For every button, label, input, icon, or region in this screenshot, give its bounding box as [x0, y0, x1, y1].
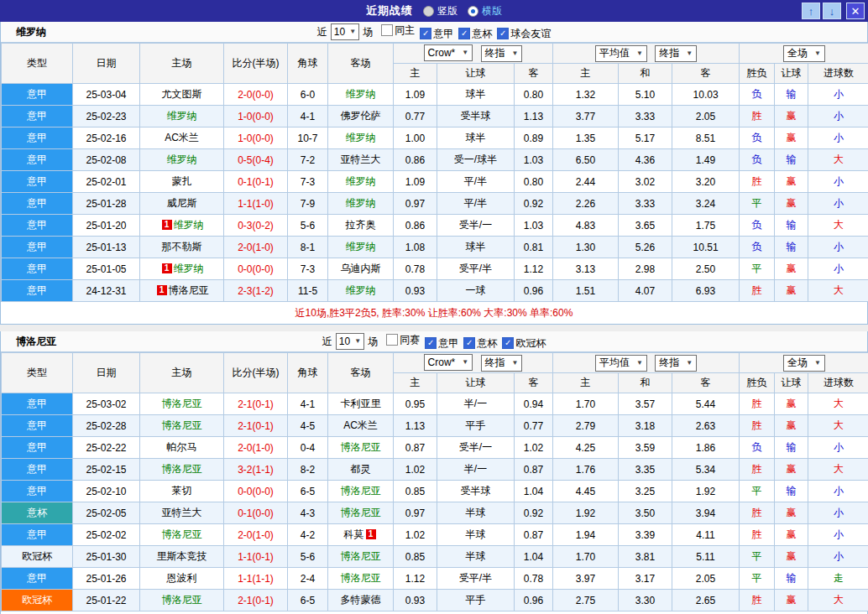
home-team-cell[interactable]: 博洛尼亚 [140, 590, 224, 611]
checkbox-checked-icon[interactable]: ✓ [420, 28, 431, 39]
home-team-cell[interactable]: 博洛尼亚 [140, 459, 224, 481]
home-team-cell[interactable]: 1维罗纳 [140, 258, 224, 280]
chevron-down-icon: ▼ [462, 49, 468, 56]
odds-away-cell: 0.94 [515, 393, 553, 415]
odds-home-cell: 1.09 [394, 84, 437, 106]
filter-option[interactable]: ✓意杯 [458, 27, 492, 41]
away-team-cell[interactable]: 乌迪内斯 [328, 258, 394, 280]
col-goals: 进球数 [808, 64, 868, 84]
home-team-cell[interactable]: 尤文图斯 [140, 84, 224, 106]
away-team-cell[interactable]: 科莫1 [328, 524, 394, 546]
filter-option[interactable]: ✓欧冠杯 [502, 336, 546, 351]
odds-home-cell: 1.00 [394, 127, 437, 149]
average-stage-select[interactable]: 终指▼ [655, 45, 697, 62]
away-team-cell[interactable]: 都灵 [328, 459, 394, 481]
away-team-cell[interactable]: 博洛尼亚 [328, 481, 394, 502]
average-select[interactable]: 平均值▼ [595, 45, 647, 62]
filter-option[interactable]: 同主 [381, 23, 415, 38]
filter-option[interactable]: ✓意甲 [425, 336, 458, 351]
avg-draw-cell: 3.39 [619, 524, 672, 546]
col-score: 比分(半场) [224, 44, 288, 84]
match-count-select[interactable]: 10▼ [336, 333, 364, 350]
result-goals-cell: 小 [808, 481, 868, 502]
home-team-cell[interactable]: 博洛尼亚 [140, 415, 224, 437]
away-team-cell[interactable]: 拉齐奥 [328, 215, 394, 237]
corner-cell: 4-1 [288, 106, 328, 127]
checkbox-checked-icon[interactable]: ✓ [458, 28, 470, 39]
away-team-cell[interactable]: 亚特兰大 [328, 149, 394, 171]
away-team-cell[interactable]: 博洛尼亚 [328, 502, 394, 524]
home-team-cell[interactable]: 莱切 [140, 481, 224, 502]
checkbox-unchecked-icon[interactable] [386, 334, 398, 346]
average-stage-select[interactable]: 终指▼ [655, 355, 697, 372]
scope-select[interactable]: 全场▼ [783, 355, 825, 372]
filter-option[interactable]: 同赛 [386, 333, 420, 347]
bookmaker-select[interactable]: Crow*▼ [424, 354, 473, 371]
checkbox-checked-icon[interactable]: ✓ [502, 337, 514, 349]
away-team-cell[interactable]: 卡利亚里 [328, 393, 394, 415]
away-team-cell[interactable]: 维罗纳 [328, 280, 394, 302]
odds-stage-select[interactable]: 终指▼ [481, 45, 523, 62]
home-team-cell[interactable]: 1博洛尼亚 [140, 280, 224, 302]
away-team-cell[interactable]: AC米兰 [328, 415, 394, 437]
home-team-cell[interactable]: 维罗纳 [140, 149, 224, 171]
score-cell: 0-0(0-0) [224, 258, 288, 280]
date-cell: 25-03-02 [73, 393, 140, 415]
layout-radio-horizontal[interactable]: 横版 [468, 4, 502, 18]
match-row: 意甲25-02-16AC米兰1-0(0-0)10-7维罗纳1.00球半0.891… [2, 127, 868, 149]
away-team-cell[interactable]: 维罗纳 [328, 171, 394, 193]
home-team-cell[interactable]: AC米兰 [140, 127, 224, 149]
team-name-text: 维罗纳 [346, 175, 376, 187]
checkbox-checked-icon[interactable]: ✓ [463, 337, 475, 349]
home-team-cell[interactable]: 维罗纳 [140, 106, 224, 127]
corner-cell: 8-1 [288, 237, 328, 258]
avg-away-cell: 3.24 [672, 193, 740, 215]
move-down-button[interactable]: ↓ [823, 3, 841, 19]
odds-stage-select[interactable]: 终指▼ [481, 355, 523, 372]
checkbox-unchecked-icon[interactable] [381, 24, 393, 36]
average-select[interactable]: 平均值▼ [595, 355, 647, 372]
home-team-cell[interactable]: 博洛尼亚 [140, 393, 224, 415]
score-cell: 2-0(1-0) [224, 524, 288, 546]
checkbox-checked-icon[interactable]: ✓ [497, 28, 509, 39]
team-name-text: 蒙扎 [172, 175, 192, 187]
result-goals-cell: 小 [808, 127, 868, 149]
close-icon[interactable]: ✕ [846, 3, 865, 19]
away-team-cell[interactable]: 多特蒙德 [328, 590, 394, 611]
filter-option[interactable]: ✓意甲 [420, 27, 453, 41]
away-team-cell[interactable]: 佛罗伦萨 [328, 106, 394, 127]
bookmaker-select[interactable]: Crow*▼ [424, 44, 473, 61]
date-cell: 25-02-05 [73, 502, 140, 524]
away-team-cell[interactable]: 维罗纳 [328, 127, 394, 149]
scope-select[interactable]: 全场▼ [783, 45, 825, 62]
home-team-cell[interactable]: 蒙扎 [140, 171, 224, 193]
avg-away-cell: 2.65 [672, 590, 740, 611]
away-team-cell[interactable]: 博洛尼亚 [328, 546, 394, 568]
radio-label: 竖版 [437, 4, 458, 18]
match-count-select[interactable]: 10▼ [331, 23, 359, 40]
layout-radio-vertical[interactable]: 竖版 [423, 4, 458, 18]
avg-away-cell: 10.03 [672, 84, 740, 106]
away-team-cell[interactable]: 维罗纳 [328, 84, 394, 106]
filter-option[interactable]: ✓意杯 [463, 336, 497, 351]
away-team-cell[interactable]: 博洛尼亚 [328, 568, 394, 590]
home-team-cell[interactable]: 帕尔马 [140, 437, 224, 459]
filter-option[interactable]: ✓球会友谊 [497, 27, 551, 41]
match-row: 意杯25-02-05亚特兰大0-1(0-0)4-3博洛尼亚0.97半球0.921… [2, 502, 868, 524]
home-team-cell[interactable]: 亚特兰大 [140, 502, 224, 524]
home-team-cell[interactable]: 里斯本竞技 [140, 546, 224, 568]
away-team-cell[interactable]: 维罗纳 [328, 193, 394, 215]
team-name-text: 科莫 [344, 528, 364, 540]
filter-label: 意甲 [433, 27, 453, 41]
checkbox-checked-icon[interactable]: ✓ [425, 337, 437, 349]
home-team-cell[interactable]: 博洛尼亚 [140, 524, 224, 546]
match-row: 意甲25-02-10莱切0-0(0-0)6-5博洛尼亚0.85受半球1.044.… [2, 481, 868, 502]
filter-label: 意甲 [438, 336, 458, 351]
home-team-cell[interactable]: 威尼斯 [140, 193, 224, 215]
home-team-cell[interactable]: 那不勒斯 [140, 237, 224, 258]
move-up-button[interactable]: ↑ [802, 3, 820, 19]
home-team-cell[interactable]: 恩波利 [140, 568, 224, 590]
away-team-cell[interactable]: 博洛尼亚 [328, 437, 394, 459]
home-team-cell[interactable]: 1维罗纳 [140, 215, 224, 237]
away-team-cell[interactable]: 维罗纳 [328, 237, 394, 258]
